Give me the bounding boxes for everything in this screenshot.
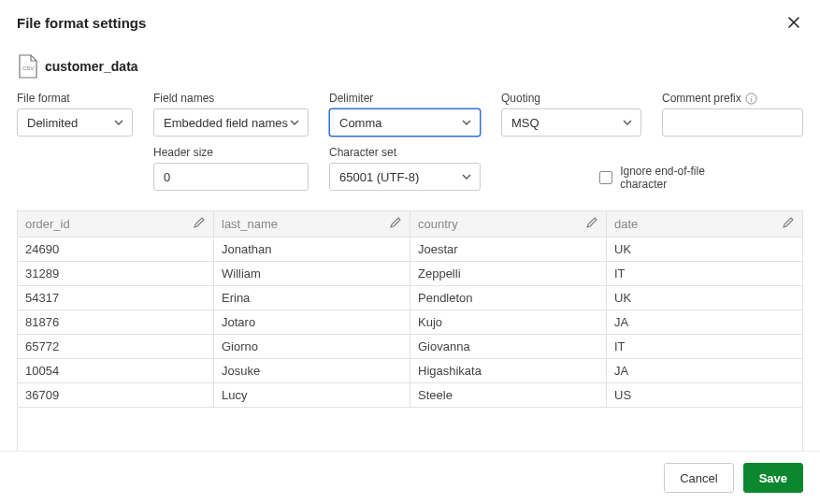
table-row: 54317ErinaPendletonUK xyxy=(18,286,803,310)
charset-label: Character set xyxy=(329,146,481,159)
charset-group: Character set 65001 (UTF-8) xyxy=(329,146,481,192)
form-spacer xyxy=(17,146,133,192)
dialog-header: File format settings xyxy=(0,0,820,41)
ignore-eof-checkbox-row[interactable]: Ignore end-of-filecharacter xyxy=(599,164,705,192)
table-cell: 10054 xyxy=(18,359,214,383)
table-row: 65772GiornoGiovannaIT xyxy=(18,335,803,359)
charset-select[interactable]: 65001 (UTF-8) xyxy=(329,163,481,191)
delimiter-group: Delimiter Comma xyxy=(329,92,481,137)
table-row: 81876JotaroKujoJA xyxy=(18,310,803,335)
header-size-value: 0 xyxy=(164,170,170,184)
save-button[interactable]: Save xyxy=(743,463,803,493)
table-cell: Steele xyxy=(410,383,607,408)
dialog-title: File format settings xyxy=(17,15,146,31)
chevron-down-icon xyxy=(289,117,300,128)
table-cell: JA xyxy=(607,359,803,383)
column-name: country xyxy=(418,217,458,231)
column-header[interactable]: order_id xyxy=(18,211,214,238)
table-cell: Kujo xyxy=(410,310,607,335)
pencil-icon[interactable] xyxy=(193,216,206,232)
table-cell: 24690 xyxy=(18,238,214,262)
table-empty-cell xyxy=(18,408,803,452)
svg-text:CSV: CSV xyxy=(22,65,34,71)
file-name: customer_data xyxy=(45,59,138,74)
table-row: 10054JosukeHigashikataJA xyxy=(18,359,803,383)
comment-prefix-label: Comment prefix i xyxy=(662,92,803,105)
table-cell: Giovanna xyxy=(410,335,607,359)
table-cell: 31289 xyxy=(18,262,214,286)
table-cell: Giorno xyxy=(214,335,410,359)
preview-table: order_id last_name xyxy=(17,210,803,451)
comment-prefix-label-text: Comment prefix xyxy=(662,92,741,105)
table-header-row: order_id last_name xyxy=(18,211,803,238)
comment-prefix-input[interactable] xyxy=(662,108,803,137)
header-size-input[interactable]: 0 xyxy=(153,163,309,191)
quoting-select[interactable]: MSQ xyxy=(501,108,641,137)
pencil-icon[interactable] xyxy=(389,216,402,232)
form-area: File format Delimited Field names Embedd… xyxy=(0,86,820,201)
table-cell: Josuke xyxy=(214,359,410,383)
ignore-eof-checkbox[interactable] xyxy=(599,171,612,184)
delimiter-select[interactable]: Comma xyxy=(329,108,481,137)
csv-file-icon: CSV xyxy=(17,54,37,79)
file-row: CSV customer_data xyxy=(0,41,820,86)
table-cell: Pendleton xyxy=(410,286,607,310)
column-name: last_name xyxy=(222,217,278,231)
pencil-icon[interactable] xyxy=(782,216,795,232)
column-header[interactable]: date xyxy=(607,211,803,238)
charset-value: 65001 (UTF-8) xyxy=(339,170,419,184)
column-header[interactable]: country xyxy=(410,211,607,238)
table-cell: Zeppelli xyxy=(410,262,607,286)
file-format-label: File format xyxy=(17,92,133,105)
table-cell: UK xyxy=(607,238,803,262)
field-names-label: Field names xyxy=(153,92,309,105)
table-row: 24690JonathanJoestarUK xyxy=(18,238,803,262)
table-cell: JA xyxy=(607,310,803,335)
table-cell: IT xyxy=(607,262,803,286)
chevron-down-icon xyxy=(461,171,472,182)
dialog-footer: Cancel Save xyxy=(0,451,820,504)
table-cell: UK xyxy=(607,286,803,310)
field-names-group: Field names Embedded field names xyxy=(153,92,309,137)
table-empty-row xyxy=(18,408,803,452)
delimiter-label: Delimiter xyxy=(329,92,481,105)
table-cell: Jonathan xyxy=(214,238,410,262)
field-names-select[interactable]: Embedded field names xyxy=(153,108,309,137)
ignore-eof-label: Ignore end-of-filecharacter xyxy=(620,165,705,192)
chevron-down-icon xyxy=(622,117,633,128)
table-cell: US xyxy=(607,383,803,408)
table-row: 36709LucySteeleUS xyxy=(18,383,803,408)
table-cell: 36709 xyxy=(18,383,214,408)
table-cell: 54317 xyxy=(18,286,214,310)
table-cell: IT xyxy=(607,335,803,359)
quoting-group: Quoting MSQ xyxy=(501,92,641,137)
table-cell: Lucy xyxy=(214,383,410,408)
file-format-select[interactable]: Delimited xyxy=(17,108,133,137)
header-size-group: Header size 0 xyxy=(153,146,309,192)
close-button[interactable] xyxy=(784,13,803,32)
cancel-button[interactable]: Cancel xyxy=(664,463,733,493)
form-row-2: Header size 0 Character set 65001 (UTF-8… xyxy=(17,146,803,192)
ignore-eof-group: Ignore end-of-filecharacter xyxy=(501,146,803,192)
pencil-icon[interactable] xyxy=(585,216,598,232)
chevron-down-icon xyxy=(461,117,472,128)
delimiter-value: Comma xyxy=(339,116,382,130)
table-cell: Higashikata xyxy=(410,359,607,383)
close-icon xyxy=(786,15,801,30)
table-cell: Joestar xyxy=(410,238,607,262)
preview-table-wrap: order_id last_name xyxy=(0,201,820,451)
field-names-value: Embedded field names xyxy=(164,116,288,130)
table-cell: 65772 xyxy=(18,335,214,359)
table-cell: 81876 xyxy=(18,310,214,335)
info-icon[interactable]: i xyxy=(745,93,757,105)
table-row: 31289WilliamZeppelliIT xyxy=(18,262,803,286)
svg-text:i: i xyxy=(750,94,752,103)
column-name: order_id xyxy=(25,217,70,231)
table-cell: Jotaro xyxy=(214,310,410,335)
quoting-label: Quoting xyxy=(501,92,641,105)
table-cell: William xyxy=(214,262,410,286)
column-header[interactable]: last_name xyxy=(214,211,410,238)
quoting-value: MSQ xyxy=(511,116,539,130)
column-name: date xyxy=(614,217,638,231)
chevron-down-icon xyxy=(113,117,124,128)
